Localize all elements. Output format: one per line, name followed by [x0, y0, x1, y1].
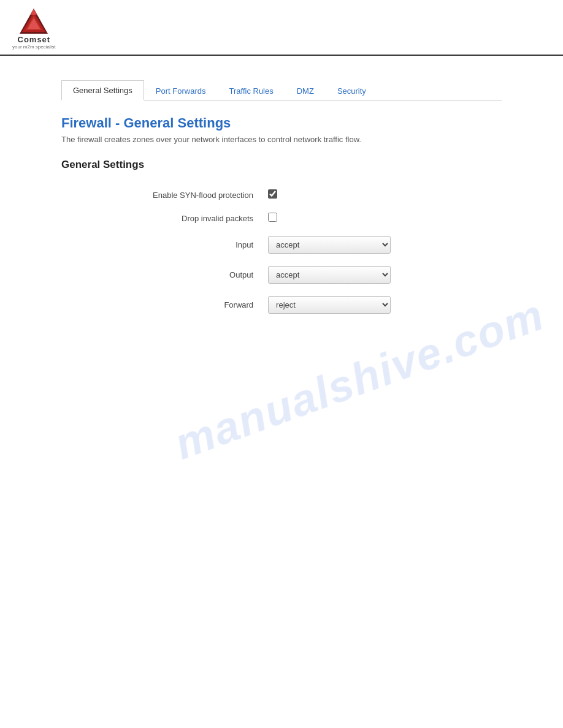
forward-label: Forward [61, 290, 263, 320]
forward-value: accept reject drop [263, 290, 502, 320]
settings-form: Enable SYN-flood protection Drop invalid… [61, 183, 502, 320]
page-title: Firewall - General Settings [61, 115, 502, 131]
svg-marker-4 [31, 9, 37, 15]
syn-flood-label: Enable SYN-flood protection [61, 183, 263, 207]
forward-row: Forward accept reject drop [61, 290, 502, 320]
output-select[interactable]: accept reject drop [268, 266, 391, 284]
drop-invalid-checkbox[interactable] [268, 213, 277, 222]
main-content: General Settings Port Forwards Traffic R… [0, 56, 563, 344]
input-select[interactable]: accept reject drop [268, 236, 391, 254]
logo-sub: your m2m specialist [12, 44, 56, 50]
input-row: Input accept reject drop [61, 230, 502, 260]
header: Comset your m2m specialist [0, 0, 563, 56]
section-title: General Settings [61, 159, 502, 171]
logo-icon [18, 7, 49, 35]
output-label: Output [61, 260, 263, 290]
tab-dmz[interactable]: DMZ [285, 81, 326, 100]
output-value: accept reject drop [263, 260, 502, 290]
drop-invalid-value [263, 207, 502, 230]
output-row: Output accept reject drop [61, 260, 502, 290]
syn-flood-value [263, 183, 502, 207]
logo-text: Comset [18, 35, 51, 44]
page-description: The firewall creates zones over your net… [61, 135, 502, 144]
drop-invalid-label: Drop invalid packets [61, 207, 263, 230]
syn-flood-row: Enable SYN-flood protection [61, 183, 502, 207]
tab-general-settings[interactable]: General Settings [61, 80, 144, 100]
input-value: accept reject drop [263, 230, 502, 260]
logo: Comset your m2m specialist [12, 7, 56, 50]
tab-port-forwards[interactable]: Port Forwards [144, 81, 218, 100]
drop-invalid-row: Drop invalid packets [61, 207, 502, 230]
input-label: Input [61, 230, 263, 260]
tab-traffic-rules[interactable]: Traffic Rules [217, 81, 285, 100]
forward-select[interactable]: accept reject drop [268, 296, 391, 314]
tabs-bar: General Settings Port Forwards Traffic R… [61, 80, 502, 100]
syn-flood-checkbox[interactable] [268, 189, 277, 199]
tab-security[interactable]: Security [326, 81, 378, 100]
